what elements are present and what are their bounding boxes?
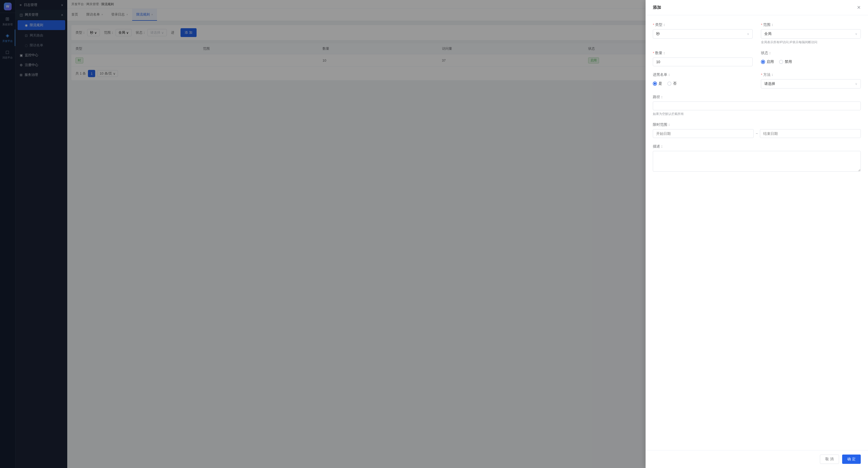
scope-hint: 全局表示所有IP访问,IP表示每隔间断访问 [761, 40, 861, 45]
blacklist-radio-group: 是 否 [653, 79, 753, 88]
type-label: * 类型： [653, 23, 753, 27]
form-row-2: * 数量： 状态： 启用 禁用 [653, 51, 861, 66]
status-label: 状态： [761, 51, 861, 55]
form-col-blacklist: 进黑名单： 是 否 [653, 72, 753, 89]
time-range-label: 限时范围： [653, 122, 861, 127]
cancel-button[interactable]: 取 消 [820, 455, 839, 464]
add-dialog: 添加 ✕ * 类型： 秒 ∨ * 范围： 全局 [646, 0, 868, 468]
status-radio-group: 启用 禁用 [761, 57, 861, 66]
form-row-3: 进黑名单： 是 否 * 方法： [653, 72, 861, 89]
end-date-input[interactable] [760, 129, 861, 138]
method-select[interactable]: 请选择 ∨ [761, 79, 861, 89]
dialog-close-button[interactable]: ✕ [857, 5, 861, 10]
type-select[interactable]: 秒 ∨ [653, 29, 753, 38]
method-select-arrow-icon: ∨ [855, 82, 858, 86]
date-separator: ~ [756, 131, 758, 136]
status-disable-radio[interactable]: 禁用 [779, 60, 792, 64]
form-col-count: * 数量： [653, 51, 753, 66]
date-range: ~ [653, 129, 861, 138]
form-row-4: 路径： 如果为空默认拦截所有 [653, 95, 861, 116]
type-select-arrow-icon: ∨ [747, 32, 749, 36]
path-label: 路径： [653, 95, 861, 99]
form-col-scope: * 范围： 全局 ∨ 全局表示所有IP访问,IP表示每隔间断访问 [761, 23, 861, 45]
status-disable-dot [779, 60, 783, 64]
method-placeholder: 请选择 [764, 82, 775, 86]
form-col-type: * 类型： 秒 ∨ [653, 23, 753, 45]
status-enable-dot [761, 60, 765, 64]
description-textarea[interactable] [653, 151, 861, 172]
scope-label: * 范围： [761, 23, 861, 27]
form-col-status: 状态： 启用 禁用 [761, 51, 861, 66]
form-row-1: * 类型： 秒 ∨ * 范围： 全局 ∨ 全局表示所有IP访问,IP表示每隔间断… [653, 23, 861, 45]
count-input[interactable] [653, 57, 753, 66]
scope-select[interactable]: 全局 ∨ [761, 29, 861, 38]
blacklist-yes-radio[interactable]: 是 [653, 81, 662, 86]
blacklist-no-radio[interactable]: 否 [667, 81, 677, 86]
dialog-footer: 取 消 确 定 [646, 450, 868, 468]
scope-select-value: 全局 [764, 32, 772, 36]
form-col-time-range: 限时范围： ~ [653, 122, 861, 138]
form-col-method: * 方法： 请选择 ∨ [761, 72, 861, 89]
start-date-input[interactable] [653, 129, 754, 138]
blacklist-yes-dot [653, 82, 657, 86]
dialog-header: 添加 ✕ [646, 0, 868, 15]
dialog-body: * 类型： 秒 ∨ * 范围： 全局 ∨ 全局表示所有IP访问,IP表示每隔间断… [646, 15, 868, 450]
path-input[interactable] [653, 101, 861, 110]
path-hint: 如果为空默认拦截所有 [653, 112, 861, 116]
form-row-5: 限时范围： ~ [653, 122, 861, 138]
confirm-button[interactable]: 确 定 [842, 455, 861, 464]
status-enable-radio[interactable]: 启用 [761, 60, 774, 64]
form-col-description: 描述： [653, 144, 861, 172]
description-label: 描述： [653, 144, 861, 149]
form-row-6: 描述： [653, 144, 861, 172]
dialog-title: 添加 [653, 5, 661, 10]
scope-select-arrow-icon: ∨ [855, 32, 858, 36]
form-col-path: 路径： 如果为空默认拦截所有 [653, 95, 861, 116]
blacklist-label: 进黑名单： [653, 72, 753, 77]
count-label: * 数量： [653, 51, 753, 55]
method-label: * 方法： [761, 72, 861, 77]
blacklist-no-dot [667, 82, 672, 86]
type-select-value: 秒 [656, 32, 660, 36]
